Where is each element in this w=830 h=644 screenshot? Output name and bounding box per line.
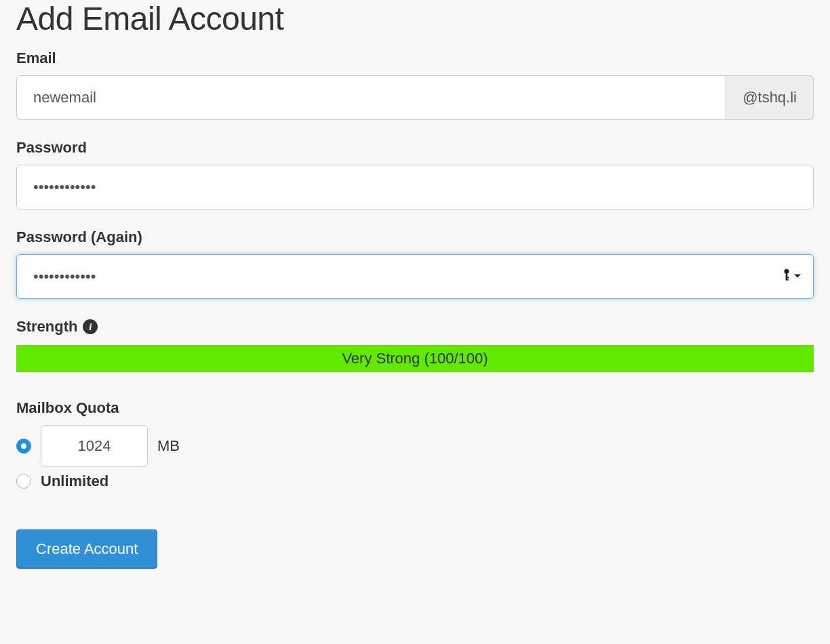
quota-unit-label: MB (157, 437, 180, 455)
password-generator-toggle[interactable] (781, 268, 802, 285)
email-label: Email (16, 49, 814, 67)
password-again-input[interactable] (16, 254, 814, 299)
create-account-button[interactable]: Create Account (16, 529, 157, 569)
email-group: Email @tshq.li (16, 49, 814, 120)
strength-group: Strength i Very Strong (100/100) (16, 318, 814, 372)
key-icon (781, 268, 792, 285)
quota-unlimited-radio[interactable] (16, 474, 31, 489)
quota-label: Mailbox Quota (16, 399, 814, 417)
email-domain-suffix: @tshq.li (726, 75, 814, 120)
svg-point-0 (785, 269, 789, 274)
password-label: Password (16, 139, 814, 157)
quota-group: Mailbox Quota MB Unlimited (16, 399, 814, 490)
info-icon[interactable]: i (83, 319, 98, 334)
quota-value-input[interactable] (41, 425, 148, 467)
email-input[interactable] (16, 75, 726, 120)
quota-unlimited-label: Unlimited (41, 472, 108, 490)
svg-rect-3 (786, 279, 789, 281)
chevron-down-icon (793, 270, 802, 283)
strength-meter: Very Strong (100/100) (16, 345, 814, 372)
strength-label: Strength (16, 318, 77, 336)
svg-rect-1 (786, 273, 788, 280)
svg-rect-2 (786, 277, 789, 279)
page-title: Add Email Account (16, 0, 814, 37)
password-input[interactable] (16, 165, 814, 209)
quota-fixed-radio[interactable] (16, 439, 31, 454)
password-again-group: Password (Again) (16, 228, 814, 299)
password-again-label: Password (Again) (16, 228, 814, 246)
email-input-group: @tshq.li (16, 75, 814, 120)
password-group: Password (16, 139, 814, 209)
